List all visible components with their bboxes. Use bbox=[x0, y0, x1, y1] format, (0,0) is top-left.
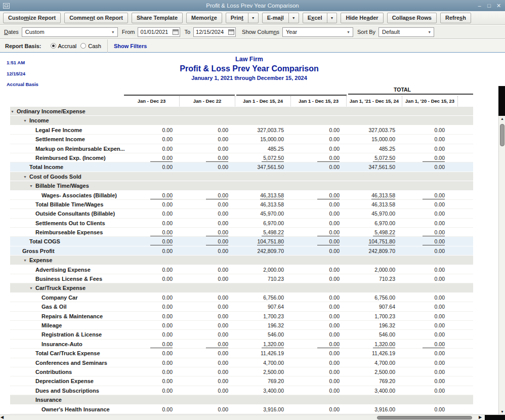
cell-col3[interactable]: 15,000.00 bbox=[235, 135, 291, 144]
cell-col5[interactable]: 11,426.19 bbox=[347, 349, 402, 358]
cell-col2[interactable]: 0.00 bbox=[180, 237, 235, 246]
table-row[interactable]: ▼Cost of Goods Sold bbox=[0, 172, 498, 181]
cell-col6[interactable]: 0.00 bbox=[402, 302, 458, 311]
dates-dropdown[interactable]: Custom ▼ bbox=[22, 27, 118, 37]
cell-col4[interactable]: 0.00 bbox=[291, 386, 347, 395]
cell-col1[interactable]: 0.00 bbox=[124, 340, 180, 349]
cell-col1[interactable]: 0.00 bbox=[124, 162, 180, 172]
cell-col5[interactable]: 6,970.00 bbox=[347, 219, 402, 228]
cell-col2[interactable]: 0.00 bbox=[180, 135, 235, 144]
cell-col2[interactable]: 0.00 bbox=[180, 330, 235, 339]
cell-col6[interactable]: 0.00 bbox=[402, 349, 458, 358]
scroll-up-arrow-icon[interactable]: ▲ bbox=[499, 117, 505, 120]
cell-col5[interactable]: 5,498.22 bbox=[347, 228, 402, 237]
cell-col2[interactable]: 0.00 bbox=[180, 191, 235, 200]
table-row[interactable]: Wages- Associates (Billable)0.000.0046,3… bbox=[0, 191, 498, 200]
cell-col4[interactable]: 0.00 bbox=[291, 358, 347, 367]
cell-col5[interactable]: 196.32 bbox=[347, 321, 402, 330]
cell-col3[interactable]: 769.20 bbox=[235, 376, 291, 386]
cell-col4[interactable]: 0.00 bbox=[291, 144, 347, 153]
chevron-down-icon[interactable]: ▼ bbox=[425, 30, 434, 34]
cell-col3[interactable]: 546.00 bbox=[235, 330, 291, 339]
table-row[interactable]: Total Billable Time/Wages0.000.0046,313.… bbox=[0, 200, 498, 209]
sort-by-dropdown[interactable]: Default ▼ bbox=[378, 27, 434, 37]
cell-col2[interactable]: 0.00 bbox=[180, 162, 235, 172]
cell-col3[interactable]: 45,970.00 bbox=[235, 209, 291, 218]
cell-col3[interactable]: 907.64 bbox=[235, 302, 291, 311]
cell-col1[interactable]: 0.00 bbox=[124, 349, 180, 358]
cell-col5[interactable]: 6,756.00 bbox=[347, 293, 402, 302]
cell-col4[interactable]: 0.00 bbox=[291, 349, 347, 358]
collapse-triangle-icon[interactable]: ▼ bbox=[23, 116, 29, 125]
cell-col2[interactable]: 0.00 bbox=[180, 321, 235, 330]
cell-col3[interactable]: 242,809.70 bbox=[235, 246, 291, 256]
cell-col4[interactable]: 0.00 bbox=[291, 330, 347, 339]
cell-col3[interactable]: 196.32 bbox=[235, 321, 291, 330]
cell-col5[interactable]: 46,313.58 bbox=[347, 200, 402, 209]
cell-col1[interactable]: 0.00 bbox=[124, 321, 180, 330]
cell-col1[interactable]: 0.00 bbox=[124, 265, 180, 274]
table-row[interactable]: Conferences and Seminars0.000.004,700.00… bbox=[0, 358, 498, 367]
excel-button[interactable]: Excel▼ bbox=[303, 13, 338, 23]
cell-col5[interactable]: 546.00 bbox=[347, 330, 402, 339]
cell-col3[interactable]: 1,700.23 bbox=[235, 312, 291, 321]
cell-col1[interactable]: 0.00 bbox=[124, 293, 180, 302]
to-date-field[interactable]: 12/15/2024 bbox=[193, 27, 236, 37]
cell-col3[interactable]: 6,756.00 bbox=[235, 293, 291, 302]
cell-col6[interactable]: 0.00 bbox=[402, 219, 458, 228]
cell-col3[interactable]: 104,751.80 bbox=[235, 237, 291, 246]
table-row[interactable]: Legal Fee Income0.000.00327,003.750.0032… bbox=[0, 125, 498, 135]
cell-col1[interactable]: 0.00 bbox=[124, 144, 180, 153]
table-row[interactable]: ▼Car/Truck Expense bbox=[0, 283, 498, 292]
scroll-down-arrow-icon[interactable]: ▼ bbox=[499, 410, 505, 413]
collapse-triangle-icon[interactable]: ▼ bbox=[29, 284, 35, 293]
cell-col5[interactable]: 3,916.00 bbox=[347, 405, 402, 414]
cell-col2[interactable]: 0.00 bbox=[180, 153, 235, 162]
cell-col4[interactable]: 0.00 bbox=[291, 228, 347, 237]
close-button[interactable]: ✕ bbox=[494, 2, 503, 10]
cell-col1[interactable]: 0.00 bbox=[124, 209, 180, 218]
cell-col5[interactable]: 347,561.50 bbox=[347, 162, 402, 172]
cell-col6[interactable]: 0.00 bbox=[402, 228, 458, 237]
collapse-triangle-icon[interactable]: ▼ bbox=[23, 256, 29, 265]
collapse-triangle-icon[interactable]: ▼ bbox=[23, 173, 29, 182]
vertical-scroll-thumb[interactable] bbox=[500, 124, 504, 146]
collapse-triangle-icon[interactable]: ▼ bbox=[11, 107, 17, 116]
cell-col2[interactable]: 0.00 bbox=[180, 405, 235, 414]
cell-col6[interactable]: 0.00 bbox=[402, 162, 458, 172]
scroll-left-arrow-icon[interactable]: ◀ bbox=[1, 415, 4, 420]
chevron-down-icon[interactable]: ▼ bbox=[327, 13, 337, 23]
cell-col2[interactable]: 0.00 bbox=[180, 293, 235, 302]
chevron-down-icon[interactable]: ▼ bbox=[109, 30, 117, 34]
cell-col6[interactable]: 0.00 bbox=[402, 330, 458, 339]
cell-col5[interactable]: 3,400.00 bbox=[347, 386, 402, 395]
cell-col4[interactable]: 0.00 bbox=[291, 312, 347, 321]
cell-col6[interactable]: 0.00 bbox=[402, 386, 458, 395]
cell-col1[interactable]: 0.00 bbox=[124, 135, 180, 144]
cell-col4[interactable]: 0.00 bbox=[291, 125, 347, 135]
calendar-icon[interactable] bbox=[173, 29, 179, 35]
cell-col2[interactable]: 0.00 bbox=[180, 265, 235, 274]
comment-on-report-button[interactable]: Comment on Report bbox=[64, 13, 128, 23]
cell-col3[interactable]: 2,000.00 bbox=[235, 265, 291, 274]
table-row[interactable]: Business License & Fees0.000.00710.230.0… bbox=[0, 274, 498, 283]
table-row[interactable]: ▼Income bbox=[0, 116, 498, 125]
cell-col6[interactable]: 0.00 bbox=[402, 237, 458, 246]
cell-col3[interactable]: 4,700.00 bbox=[235, 358, 291, 367]
table-row[interactable]: Mileage0.000.00196.320.00196.320.00 bbox=[0, 321, 498, 330]
cell-col3[interactable]: 46,313.58 bbox=[235, 191, 291, 200]
cell-col5[interactable]: 710.23 bbox=[347, 274, 402, 283]
cell-col6[interactable]: 0.00 bbox=[402, 265, 458, 274]
cell-col4[interactable]: 0.00 bbox=[291, 405, 347, 414]
cell-col3[interactable]: 3,916.00 bbox=[235, 405, 291, 414]
memorize-button[interactable]: Memorize bbox=[186, 13, 222, 23]
cell-col6[interactable]: 0.00 bbox=[402, 246, 458, 256]
cell-col2[interactable]: 0.00 bbox=[180, 274, 235, 283]
cell-col1[interactable]: 0.00 bbox=[124, 358, 180, 367]
cell-col6[interactable]: 0.00 bbox=[402, 274, 458, 283]
cell-col5[interactable]: 327,003.75 bbox=[347, 125, 402, 135]
print-button[interactable]: Print▼ bbox=[226, 13, 259, 23]
show-filters-link[interactable]: Show Filters bbox=[114, 43, 147, 49]
cell-col4[interactable]: 0.00 bbox=[291, 162, 347, 172]
cell-col2[interactable]: 0.00 bbox=[180, 200, 235, 209]
